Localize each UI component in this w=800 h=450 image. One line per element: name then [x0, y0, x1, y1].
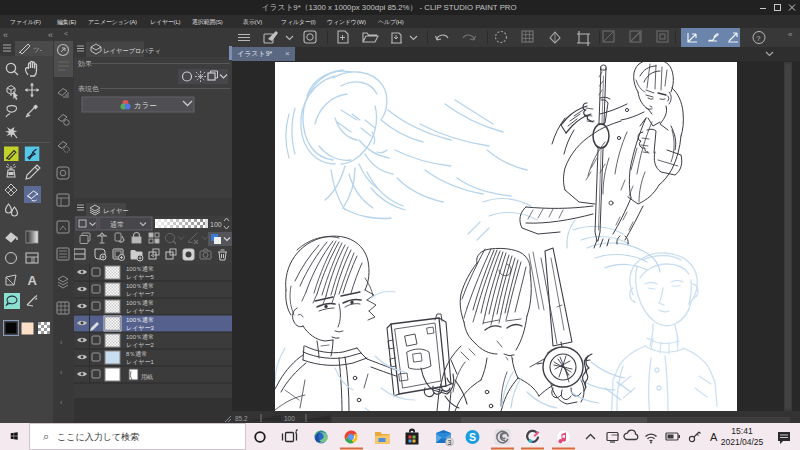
svg-text:レイヤープロパティ: レイヤープロパティ: [103, 47, 161, 54]
svg-text:100: 100: [210, 221, 222, 228]
svg-text:‹: ‹: [60, 339, 63, 346]
svg-text:カラー: カラー: [134, 101, 157, 110]
svg-text:‹: ‹: [60, 369, 63, 376]
svg-text:効果: 効果: [77, 60, 92, 67]
svg-text:«: «: [788, 30, 793, 39]
svg-text:3: 3: [448, 439, 452, 446]
svg-text:A: A: [28, 273, 38, 288]
svg-text:表現色: 表現色: [78, 85, 99, 93]
svg-text:通常: 通常: [110, 220, 124, 228]
svg-text:レイヤー: レイヤー: [103, 207, 129, 214]
svg-text:S: S: [469, 431, 476, 443]
svg-text:‹: ‹: [60, 399, 63, 406]
svg-text:?: ?: [756, 34, 761, 43]
svg-text:ツ-: ツ-: [33, 46, 42, 53]
svg-text:A: A: [710, 431, 718, 443]
